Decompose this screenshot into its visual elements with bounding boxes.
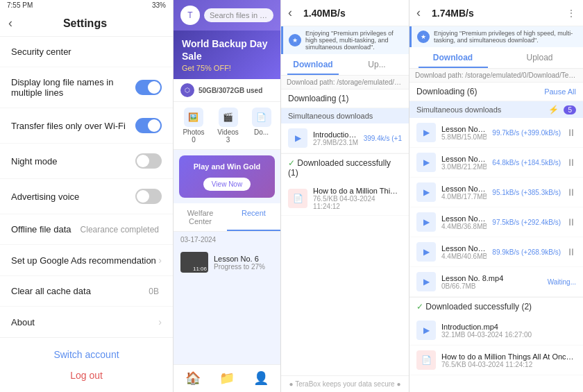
- download-panel-2: ‹ 1.74MB/s ⋮ ★ Enjoying "Premium privile…: [409, 0, 583, 392]
- dl2-premium-icon: ★: [417, 31, 430, 43]
- dl1-premium-text: Enjoying "Premium privileges of high spe…: [305, 30, 403, 51]
- settings-item-transfer-wifi[interactable]: Transfer files only over Wi-Fi: [0, 108, 173, 144]
- dl1-tabs: Download Up...: [281, 54, 409, 76]
- chevron-right-icon-about: ›: [158, 316, 162, 327]
- dl2-file-name-0: Lesson No. 7.mp4: [441, 125, 487, 133]
- toggle-advertising-voice[interactable]: [135, 189, 162, 204]
- dl1-simultaneous-bar: Simultaneous downloads: [281, 108, 409, 123]
- back-button[interactable]: ‹: [8, 16, 12, 31]
- settings-item-google-ads[interactable]: Set up Google Ads recommendation ›: [0, 245, 173, 276]
- dl2-file-icon-2: ▶: [416, 182, 436, 202]
- footer-files[interactable]: 📁: [219, 370, 235, 386]
- settings-item-display-long-names[interactable]: Display long file names in multiple line…: [0, 67, 173, 108]
- dl1-downloading-label: Downloading (1): [288, 94, 348, 103]
- category-docs-label: Do...: [254, 128, 269, 136]
- dl2-pause-btn-0[interactable]: ⏸: [566, 127, 576, 138]
- settings-item-advertising-voice[interactable]: Advertising voice: [0, 179, 173, 214]
- dl2-file-meta-1: 3.0MB/21.2MB: [441, 163, 487, 171]
- dl1-item-0[interactable]: ▶ Introduction.mp4 27.9MB/23.1MB 399.4k/…: [281, 123, 409, 153]
- dl2-back-button[interactable]: ‹: [416, 6, 421, 20]
- dl2-menu-icon[interactable]: ⋮: [566, 8, 576, 19]
- dl1-tab-upload[interactable]: Up...: [345, 54, 409, 75]
- dl2-file-name-1: Lesson No. 1.mp4: [441, 155, 487, 163]
- game-promo-title: Play and Win Gold: [186, 162, 268, 171]
- storage-text: 50GB/3072GB used: [198, 87, 262, 94]
- dl1-downloaded-meta-0: 76.5/KB 04-03-2024 11:24:12: [313, 195, 402, 210]
- dl2-file-meta-4: 4.4MB/40.6MB: [441, 253, 487, 260]
- dl2-pause-btn-3[interactable]: ⏸: [566, 216, 576, 228]
- toggle-transfer-wifi[interactable]: [135, 118, 162, 133]
- dl2-item-2[interactable]: ▶ Lesson No. 2.mp4 4.0MB/17.7MB 95.1kB/s…: [409, 178, 583, 207]
- category-videos[interactable]: 🎬 Videos 3: [217, 108, 238, 144]
- dl2-file-name-5: Lesson No. 8.mp4: [441, 274, 542, 282]
- dl2-downloaded-item-0[interactable]: ▶ Introduction.mp4 32.1MB 04-03-2024 16:…: [409, 316, 583, 346]
- category-docs[interactable]: 📄 Do...: [252, 108, 271, 144]
- dl2-file-icon-0: ▶: [416, 123, 436, 142]
- dl2-pause-all[interactable]: Pause All: [544, 87, 576, 96]
- category-photos-count: 0: [192, 136, 196, 144]
- dl2-item-4[interactable]: ▶ Lesson No. 5.mp4 4.4MB/40.6MB 89.9kB/s…: [409, 237, 583, 267]
- dl1-downloaded-item-0[interactable]: 📄 How to do a Million Things All At Once…: [281, 182, 409, 216]
- promo-banner[interactable]: World Backup Day Sale Get 75% OFF!: [174, 31, 280, 79]
- dl2-tab-upload[interactable]: Upload: [496, 47, 583, 68]
- settings-item-night-mode[interactable]: Night mode: [0, 144, 173, 179]
- log-out-button[interactable]: Log out: [70, 370, 103, 381]
- dl2-downloaded-icon-0: ▶: [416, 321, 436, 340]
- dl2-file-speed-5: Waiting...: [548, 278, 576, 286]
- footer-home[interactable]: 🏠: [185, 370, 201, 386]
- terabox-footer: 🏠 📁 👤: [174, 364, 280, 392]
- welfare-tabs: Welfare Center Recent: [174, 203, 280, 232]
- switch-account-button[interactable]: Switch account: [53, 349, 119, 360]
- dl2-file-info-1: Lesson No. 1.mp4 3.0MB/21.2MB: [441, 155, 487, 171]
- dl2-file-speed-1: 64.8kB/s (+184.5kB/s): [492, 159, 561, 167]
- promo-title: World Backup Day Sale: [182, 37, 272, 62]
- dl2-item-0[interactable]: ▶ Lesson No. 7.mp4 5.8MB/15.0MB 99.7kB/s…: [409, 118, 583, 148]
- dl2-file-meta-3: 4.4MB/36.8MB: [441, 223, 487, 230]
- download-panel-1: ‹ 1.40MB/s ★ Enjoying "Premium privilege…: [281, 0, 409, 392]
- dl2-downloaded-meta-0: 32.1MB 04-03-2024 16:27:00: [441, 331, 576, 339]
- terabox-top-bar: T Search files in TeraBox: [174, 0, 280, 31]
- recent-item[interactable]: 11:06 Lesson No. 6 Progress to 27%: [174, 248, 280, 277]
- dl2-item-3[interactable]: ▶ Lesson No. 6.mp4 4.4MB/36.8MB 97.5kB/s…: [409, 207, 583, 237]
- settings-item-clear-cache[interactable]: Clear all cache data 0B: [0, 276, 173, 307]
- toggle-night-mode[interactable]: [135, 153, 162, 169]
- dl2-item-5[interactable]: ▶ Lesson No. 8.mp4 0B/66.7MB Waiting...: [409, 267, 583, 297]
- dl2-file-speed-3: 97.5kB/s (+292.4kB/s): [492, 219, 561, 226]
- dl2-check-icon: ✓: [416, 302, 425, 312]
- recent-item-name: Lesson No. 6: [214, 255, 265, 263]
- dl2-downloaded-meta-1: 76.5/KB 04-03-2024 11:24:12: [441, 361, 576, 368]
- tab-welfare[interactable]: Welfare Center: [174, 203, 227, 231]
- settings-item-offline-file-data[interactable]: Offline file data Clearance completed: [0, 214, 173, 245]
- dl1-header: ‹ 1.40MB/s: [281, 0, 409, 26]
- storage-icon: ⬡: [180, 83, 194, 97]
- dl1-file-name-0: Introduction.mp4: [313, 130, 358, 139]
- docs-icon: 📄: [252, 108, 271, 127]
- dl2-header: ‹ 1.74MB/s ⋮: [409, 0, 583, 26]
- dl2-tab-download[interactable]: Download: [409, 47, 496, 68]
- dl2-downloaded-item-1[interactable]: 📄 How to do a Million Things All At Once…: [409, 346, 583, 375]
- toggle-display-long-names[interactable]: [135, 80, 162, 95]
- dl2-downloaded-info-1: How to do a Million Things All At Once.p…: [441, 352, 576, 368]
- terabox-search-bar[interactable]: Search files in TeraBox: [204, 8, 273, 22]
- dl1-tab-download[interactable]: Download: [281, 54, 345, 75]
- dl2-tabs: Download Upload: [409, 47, 583, 69]
- dl1-back-button[interactable]: ‹: [288, 6, 292, 20]
- settings-item-security[interactable]: Security center: [0, 37, 173, 67]
- dl2-path: Download path: /storage/emulated/0/Downl…: [409, 69, 583, 83]
- dl1-speed: 1.40MB/s: [303, 8, 402, 19]
- settings-item-about[interactable]: About ›: [0, 307, 173, 337]
- category-photos[interactable]: 🖼️ Photos 0: [183, 108, 204, 144]
- premium-icon: ★: [289, 34, 301, 46]
- dl2-pause-btn-1[interactable]: ⏸: [566, 157, 576, 168]
- game-promo-btn[interactable]: View Now: [203, 178, 251, 191]
- status-bar: 7:55 PM 33%: [0, 0, 173, 10]
- tab-recent[interactable]: Recent: [227, 203, 280, 231]
- dl2-items-list: ▶ Lesson No. 7.mp4 5.8MB/15.0MB 99.7kB/s…: [409, 118, 583, 392]
- footer-profile[interactable]: 👤: [253, 370, 269, 386]
- dl2-item-1[interactable]: ▶ Lesson No. 1.mp4 3.0MB/21.2MB 64.8kB/s…: [409, 148, 583, 178]
- dl2-pause-btn-4[interactable]: ⏸: [566, 246, 576, 257]
- dl2-file-meta-5: 0B/66.7MB: [441, 282, 542, 290]
- home-icon: 🏠: [185, 370, 201, 386]
- dl2-pause-btn-2[interactable]: ⏸: [566, 187, 576, 198]
- terabox-avatar[interactable]: T: [180, 6, 200, 25]
